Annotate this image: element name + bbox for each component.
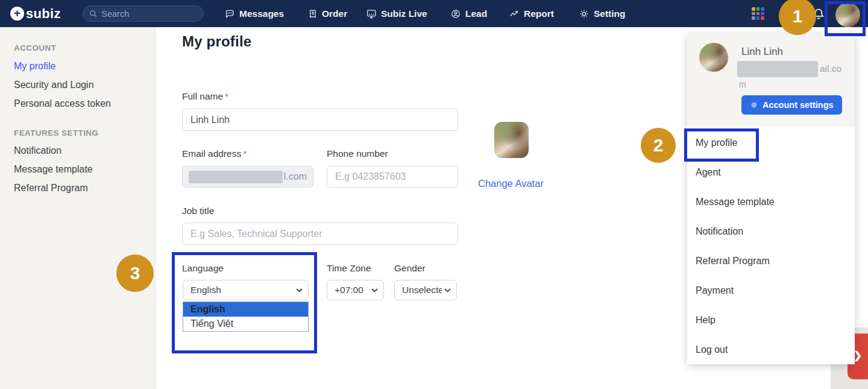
dropdown-item-help[interactable]: Help [687,305,855,335]
language-option-tieng-viet[interactable]: Tiếng Việt [183,317,308,331]
dropdown-item-log-out[interactable]: Log out [687,335,855,364]
phone-input[interactable] [327,166,458,188]
monitor-icon [366,8,377,19]
subiz-logo-icon: + [10,7,24,21]
nav-report[interactable]: Report [508,0,554,27]
time-zone-select[interactable]: +07:00 [327,280,384,300]
dropdown-user-avatar [699,43,728,72]
order-receipt-icon: $ [307,8,318,19]
email-redaction-blur [189,171,283,183]
gender-select[interactable]: Unselected [394,280,457,300]
report-trend-icon [508,8,520,19]
apps-grid-icon[interactable] [752,7,764,20]
dropdown-email-visible-suffix: ail.co [820,63,841,74]
chat-icon [224,8,235,19]
full-name-input[interactable] [182,109,458,131]
nav-setting[interactable]: Setting [579,0,626,27]
language-select[interactable]: English [183,280,309,300]
dropdown-caret [842,27,855,34]
time-zone-select-value: +07:00 [335,285,369,296]
nav-setting-label: Setting [594,8,626,19]
language-options-list: English Tiếng Việt [183,302,309,332]
step-marker-3: 3 [116,255,154,292]
email-visible-suffix: l.com [284,171,307,182]
email-label: Email address* [182,148,247,159]
sidebar-item-referral-program[interactable]: Referral Program [14,183,88,194]
subiz-app-window: + subiz Messages $ Order [0,0,868,389]
chevron-down-icon [444,288,451,293]
nav-subiz-live-label: Subiz Live [381,8,427,19]
required-asterisk: * [243,148,247,159]
nav-order-label: Order [322,8,347,19]
chat-launcher-arrow-icon: ❯ [854,349,862,362]
chevron-down-icon [371,288,378,293]
nav-lead-label: Lead [465,8,487,19]
dropdown-item-message-template[interactable]: Message template [687,187,855,217]
account-dropdown-panel: Linh Linh ail.co m Account settings My p… [687,34,855,364]
sidebar-item-message-template[interactable]: Message template [14,164,93,175]
change-avatar-link[interactable]: Change Avatar [478,178,544,189]
time-zone-label: Time Zone [327,263,371,274]
sidebar-item-security-and-login[interactable]: Security and Login [14,80,94,90]
email-field-disabled: l.com [182,166,313,188]
account-settings-label: Account settings [763,100,834,110]
chevron-down-icon [296,288,303,293]
dropdown-item-payment[interactable]: Payment [687,276,855,305]
required-asterisk: * [225,91,228,101]
sidebar-section-features-setting: FEATURES SETTING [14,128,98,138]
dropdown-user-header: Linh Linh ail.co m Account settings [687,34,855,127]
sidebar-item-my-profile[interactable]: My profile [14,61,55,72]
nav-lead[interactable]: Lead [450,0,487,27]
dropdown-email-wrap-fragment: m [739,80,746,89]
full-name-label: Full name* [182,91,228,102]
profile-avatar-image [494,122,529,158]
lead-person-icon [450,8,461,19]
language-option-english[interactable]: English [183,302,308,317]
dropdown-item-agent[interactable]: Agent [687,157,855,187]
job-title-label: Job title [182,206,214,217]
step-marker-1: 1 [779,0,816,35]
search-bar[interactable] [83,5,204,22]
nav-report-label: Report [524,8,554,19]
dropdown-item-my-profile[interactable]: My profile [687,128,855,157]
account-settings-button[interactable]: Account settings [741,95,842,115]
language-select-value: English [190,285,294,296]
user-avatar[interactable] [835,2,860,27]
job-title-input[interactable] [182,223,458,245]
sidebar-item-notification[interactable]: Notification [14,145,61,156]
nav-messages-label: Messages [239,8,284,19]
nav-messages[interactable]: Messages [224,0,284,27]
dropdown-user-name: Linh Linh [741,46,783,58]
gender-select-value: Unselected [402,285,442,296]
svg-text:$: $ [312,10,314,16]
language-label: Language [182,263,224,274]
subiz-logo-text: subiz [26,6,61,22]
sidebar-item-personal-access-token[interactable]: Personal access token [14,98,111,109]
dropdown-menu: My profile Agent Message template Notifi… [687,127,855,364]
search-input[interactable] [101,9,197,19]
settings-sidebar: ACCOUNT My profile Security and Login Pe… [0,27,156,389]
gear-icon [579,8,590,19]
phone-label: Phone number [327,148,388,159]
gear-icon [750,101,758,109]
top-navbar: + subiz Messages $ Order [0,0,868,27]
nav-subiz-live[interactable]: Subiz Live [366,0,427,27]
step-marker-2: 2 [641,128,676,163]
sidebar-section-account: ACCOUNT [14,43,56,52]
dropdown-item-notification[interactable]: Notification [687,217,855,246]
nav-order[interactable]: $ Order [307,0,347,27]
dropdown-email-redaction-blur [737,61,818,77]
page-title: My profile [182,33,251,50]
search-icon [89,9,97,18]
gender-label: Gender [394,263,426,274]
dropdown-item-referral-program[interactable]: Referral Program [687,246,855,276]
subiz-logo[interactable]: + subiz [10,0,61,27]
